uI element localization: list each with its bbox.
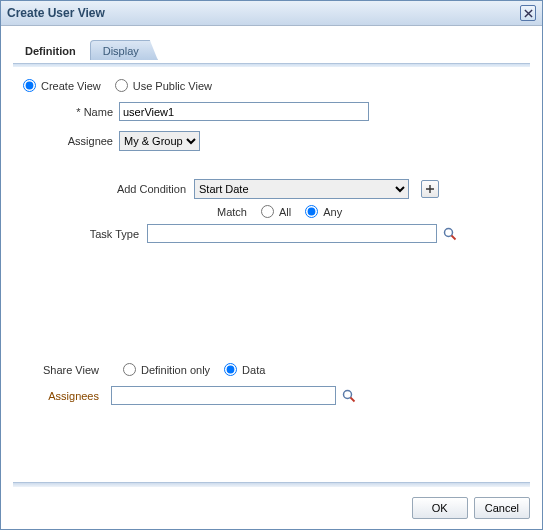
close-icon xyxy=(524,9,533,18)
view-mode-group: Create View Use Public View xyxy=(23,79,524,92)
form-area: Create View Use Public View Name Assigne… xyxy=(13,79,530,474)
create-view-option[interactable]: Create View xyxy=(23,79,101,92)
assignee-select[interactable]: My & Group xyxy=(119,131,200,151)
match-all-option[interactable]: All xyxy=(261,205,291,218)
share-data-radio[interactable] xyxy=(224,363,237,376)
svg-point-0 xyxy=(445,228,453,236)
assignees-search-button[interactable] xyxy=(342,389,356,403)
dialog-content: Definition Display Create View Use Publi… xyxy=(1,26,542,482)
match-all-radio[interactable] xyxy=(261,205,274,218)
magnifier-icon xyxy=(342,389,356,403)
svg-line-3 xyxy=(351,397,355,401)
task-type-search-button[interactable] xyxy=(443,227,457,241)
share-definition-option[interactable]: Definition only xyxy=(123,363,210,376)
name-label: Name xyxy=(19,106,119,118)
match-all-label: All xyxy=(279,206,291,218)
match-any-option[interactable]: Any xyxy=(305,205,342,218)
tab-display[interactable]: Display xyxy=(90,40,158,60)
close-button[interactable] xyxy=(520,5,536,21)
use-public-view-radio[interactable] xyxy=(115,79,128,92)
condition-select[interactable]: Start Date xyxy=(194,179,409,199)
add-condition-label: Add Condition xyxy=(19,183,194,195)
create-view-label: Create View xyxy=(41,80,101,92)
share-view-row: Share View Definition only Data xyxy=(19,363,524,376)
match-any-radio[interactable] xyxy=(305,205,318,218)
button-bar: OK Cancel xyxy=(1,487,542,529)
assignees-input[interactable] xyxy=(111,386,336,405)
create-user-view-dialog: Create User View Definition Display Crea… xyxy=(0,0,543,530)
task-type-input[interactable] xyxy=(147,224,437,243)
use-public-view-label: Use Public View xyxy=(133,80,212,92)
match-label: Match xyxy=(217,206,247,218)
condition-block: Add Condition Start Date Match All xyxy=(19,179,524,243)
share-definition-label: Definition only xyxy=(141,364,210,376)
assignee-label: Assignee xyxy=(19,135,119,147)
magnifier-icon xyxy=(443,227,457,241)
dialog-title: Create User View xyxy=(7,6,105,20)
titlebar: Create User View xyxy=(1,1,542,26)
task-type-label: Task Type xyxy=(19,228,147,240)
cancel-button[interactable]: Cancel xyxy=(474,497,530,519)
tab-definition[interactable]: Definition xyxy=(13,41,88,60)
share-block: Share View Definition only Data Assignee… xyxy=(19,363,524,405)
name-input[interactable] xyxy=(119,102,369,121)
assignee-row: Assignee My & Group xyxy=(19,131,524,151)
ok-button[interactable]: OK xyxy=(412,497,468,519)
svg-point-2 xyxy=(344,390,352,398)
add-condition-button[interactable] xyxy=(421,180,439,198)
assignees-label: Assignees xyxy=(19,390,111,402)
share-data-label: Data xyxy=(242,364,265,376)
add-condition-row: Add Condition Start Date xyxy=(19,179,524,199)
match-any-label: Any xyxy=(323,206,342,218)
tab-underline xyxy=(13,63,530,67)
use-public-view-option[interactable]: Use Public View xyxy=(115,79,212,92)
plus-icon xyxy=(425,184,435,194)
assignees-row: Assignees xyxy=(19,386,524,405)
tab-bar: Definition Display xyxy=(13,36,530,60)
share-definition-radio[interactable] xyxy=(123,363,136,376)
svg-line-1 xyxy=(452,235,456,239)
match-row: Match All Any xyxy=(19,205,524,218)
name-row: Name xyxy=(19,102,524,121)
share-data-option[interactable]: Data xyxy=(224,363,265,376)
share-view-label: Share View xyxy=(19,364,111,376)
create-view-radio[interactable] xyxy=(23,79,36,92)
task-type-row: Task Type xyxy=(19,224,524,243)
